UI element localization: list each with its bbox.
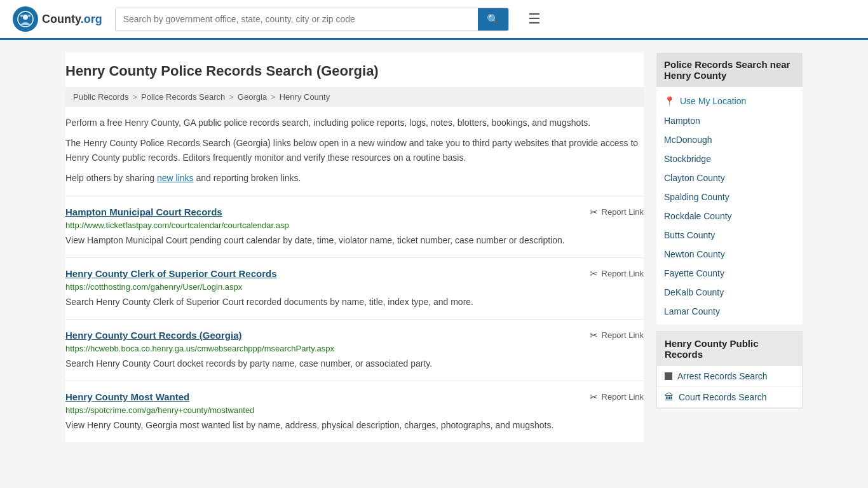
svg-point-1	[23, 15, 28, 20]
record-desc: Search Henry County Clerk of Superior Co…	[65, 295, 644, 309]
sidebar-nearby-content: 📍 Use My Location Hampton McDonough Stoc…	[656, 87, 803, 325]
record-header: Henry County Clerk of Superior Court Rec…	[65, 268, 644, 280]
site-header: County.org 🔍 ☰	[0, 0, 868, 40]
sidebar-link-clayton[interactable]: Clayton County	[656, 168, 803, 187]
logo-text: County.org	[42, 13, 102, 26]
sidebar-link-hampton[interactable]: Hampton	[656, 111, 803, 130]
record-title[interactable]: Henry County Clerk of Superior Court Rec…	[65, 268, 277, 279]
record-item: Henry County Most Wanted ✂ Report Link h…	[65, 381, 644, 442]
breadcrumb-sep-1: >	[132, 92, 137, 102]
record-url[interactable]: https://hcwebb.boca.co.henry.ga.us/cmweb…	[65, 344, 644, 353]
record-item: Henry County Court Records (Georgia) ✂ R…	[65, 319, 644, 381]
breadcrumb-sep-3: >	[271, 92, 276, 102]
main-content: Henry County Police Records Search (Geor…	[65, 53, 644, 442]
report-icon: ✂	[590, 330, 598, 341]
report-link[interactable]: ✂ Report Link	[590, 207, 644, 218]
sidebar-public-title: Henry County Public Records	[657, 332, 802, 366]
record-url[interactable]: https://spotcrime.com/ga/henry+county/mo…	[65, 405, 644, 415]
sidebar-link-lamar[interactable]: Lamar County	[656, 302, 803, 321]
sidebar-link-mcdonough[interactable]: McDonough	[656, 130, 803, 149]
sidebar-link-newton[interactable]: Newton County	[656, 245, 803, 264]
description-p2: The Henry County Police Records Search (…	[65, 136, 644, 165]
sidebar-court-records[interactable]: 🏛 Court Records Search	[657, 387, 802, 408]
report-icon: ✂	[590, 268, 598, 280]
sidebar-link-spalding[interactable]: Spalding County	[656, 187, 803, 207]
site-logo[interactable]: County.org	[13, 6, 102, 32]
record-header: Henry County Court Records (Georgia) ✂ R…	[65, 330, 644, 341]
record-title[interactable]: Hampton Municipal Court Records	[65, 207, 222, 217]
page-container: Henry County Police Records Search (Geor…	[53, 40, 815, 455]
sidebar: Police Records Search near Henry County …	[656, 53, 803, 442]
record-desc: View Henry County, Georgia most wanted l…	[65, 419, 644, 432]
breadcrumb-georgia[interactable]: Georgia	[238, 92, 267, 102]
sidebar-nearby-section: Police Records Search near Henry County …	[656, 53, 803, 325]
logo-icon	[13, 6, 38, 32]
search-input[interactable]	[116, 8, 478, 30]
breadcrumb-public-records[interactable]: Public Records	[73, 92, 128, 102]
sidebar-link-dekalb[interactable]: DeKalb County	[656, 283, 803, 302]
sidebar-link-rockdale[interactable]: Rockdale County	[656, 207, 803, 226]
records-list: Hampton Municipal Court Records ✂ Report…	[65, 196, 644, 442]
svg-point-3	[28, 15, 31, 17]
record-header: Henry County Most Wanted ✂ Report Link	[65, 391, 644, 403]
new-links-link[interactable]: new links	[157, 173, 194, 183]
menu-icon[interactable]: ☰	[528, 11, 541, 27]
sidebar-arrest-records[interactable]: Arrest Records Search	[657, 366, 802, 387]
svg-point-2	[20, 15, 23, 17]
sidebar-link-butts[interactable]: Butts County	[656, 226, 803, 245]
report-link[interactable]: ✂ Report Link	[590, 391, 644, 403]
pin-icon: 📍	[664, 96, 675, 106]
sidebar-nearby-title: Police Records Search near Henry County	[656, 53, 803, 87]
record-title[interactable]: Henry County Court Records (Georgia)	[65, 330, 242, 341]
description-p1: Perform a free Henry County, GA public p…	[65, 116, 644, 130]
record-url[interactable]: https://cotthosting.com/gahenry/User/Log…	[65, 282, 644, 292]
record-item: Hampton Municipal Court Records ✂ Report…	[65, 196, 644, 257]
record-item: Henry County Clerk of Superior Court Rec…	[65, 257, 644, 319]
arrest-records-icon	[665, 372, 672, 380]
record-title[interactable]: Henry County Most Wanted	[65, 391, 189, 402]
report-icon: ✂	[590, 207, 598, 218]
record-desc: View Hampton Municipal Court pending cou…	[65, 234, 644, 247]
breadcrumb-sep-2: >	[229, 92, 234, 102]
record-url[interactable]: http://www.ticketfastpay.com/courtcalend…	[65, 220, 644, 230]
court-records-icon: 🏛	[665, 392, 674, 402]
use-location-button[interactable]: 📍 Use My Location	[656, 91, 803, 111]
page-title: Henry County Police Records Search (Geor…	[65, 53, 644, 87]
report-link[interactable]: ✂ Report Link	[590, 268, 644, 280]
sidebar-public-records: Henry County Public Records Arrest Recor…	[656, 331, 803, 409]
report-link[interactable]: ✂ Report Link	[590, 330, 644, 341]
search-bar: 🔍	[115, 8, 509, 31]
sidebar-link-fayette[interactable]: Fayette County	[656, 264, 803, 283]
record-header: Hampton Municipal Court Records ✂ Report…	[65, 207, 644, 218]
search-button[interactable]: 🔍	[478, 8, 508, 30]
sidebar-link-stockbridge[interactable]: Stockbridge	[656, 149, 803, 168]
description-area: Perform a free Henry County, GA public p…	[65, 107, 644, 196]
breadcrumb: Public Records > Police Records Search >…	[65, 87, 644, 107]
breadcrumb-henry-county[interactable]: Henry County	[280, 92, 330, 102]
breadcrumb-police-records[interactable]: Police Records Search	[141, 92, 225, 102]
description-p3: Help others by sharing new links and rep…	[65, 171, 644, 185]
record-desc: Search Henry County Court docket records…	[65, 357, 644, 370]
report-icon: ✂	[590, 391, 598, 403]
